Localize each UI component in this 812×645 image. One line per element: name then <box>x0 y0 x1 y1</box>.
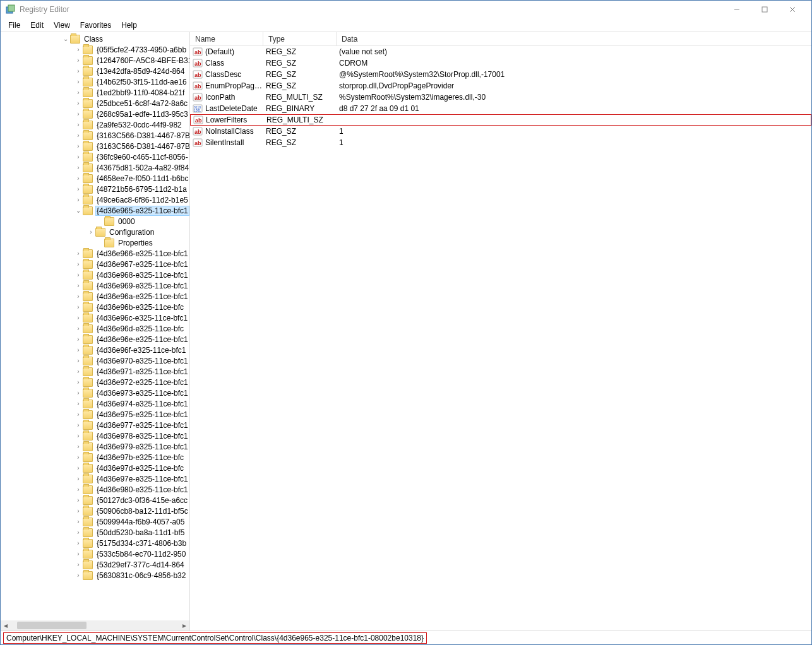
tree-node[interactable]: ›{4d36e971-e325-11ce-bfc1 <box>1 366 189 377</box>
expand-icon[interactable]: › <box>74 507 83 514</box>
expand-icon[interactable]: › <box>74 422 83 429</box>
expand-icon[interactable]: › <box>74 314 83 321</box>
expand-icon[interactable]: › <box>74 368 83 375</box>
tree-node[interactable]: ›{4d36e970-e325-11ce-bfc1 <box>1 355 189 366</box>
expand-icon[interactable]: › <box>74 325 83 332</box>
tree-node[interactable]: ›{533c5b84-ec70-11d2-950 <box>1 548 189 559</box>
expand-icon[interactable]: › <box>74 110 83 117</box>
tree-node[interactable]: ›{1ed2bbf9-11f0-4084-b21f <box>1 87 189 98</box>
tree-node[interactable]: ›{4d36e96a-e325-11ce-bfc1 <box>1 291 189 302</box>
expand-icon[interactable]: › <box>74 196 83 203</box>
expand-icon[interactable]: › <box>74 443 83 450</box>
tree-node[interactable]: ›{05f5cfe2-4733-4950-a6bb <box>1 44 189 55</box>
tree-node[interactable]: ›{4d36e96b-e325-11ce-bfc <box>1 302 189 312</box>
value-row[interactable]: abClassREG_SZCDROM <box>190 57 811 69</box>
tree-node[interactable]: ›{50dd5230-ba8a-11d1-bf5 <box>1 527 189 538</box>
expand-icon[interactable]: ⌄ <box>74 207 83 214</box>
tree-node[interactable]: ›{4d36e966-e325-11ce-bfc1 <box>1 248 189 259</box>
tree-node[interactable]: ›{4d36e969-e325-11ce-bfc1 <box>1 280 189 291</box>
expand-icon[interactable]: › <box>74 432 83 439</box>
expand-icon[interactable]: › <box>74 497 83 504</box>
expand-icon[interactable]: › <box>74 271 83 278</box>
value-row[interactable]: abEnumPropPages...REG_SZstorprop.dll,Dvd… <box>190 80 811 92</box>
expand-icon[interactable]: › <box>74 293 83 300</box>
tree-node[interactable]: ›{4d36e96f-e325-11ce-bfc1 <box>1 345 189 355</box>
expand-icon[interactable]: › <box>74 465 83 471</box>
tree-node[interactable]: ›{4d36e96e-e325-11ce-bfc1 <box>1 334 189 345</box>
tree-node[interactable]: ›{4d36e977-e325-11ce-bfc1 <box>1 420 189 430</box>
tree-node[interactable]: ›{43675d81-502a-4a82-9f84 <box>1 162 189 173</box>
minimize-button[interactable] <box>723 1 751 18</box>
expand-icon[interactable]: › <box>74 121 83 128</box>
tree-node[interactable]: ›{268c95a1-edfe-11d3-95c3 <box>1 109 189 119</box>
registry-tree[interactable]: ⌄Class›{05f5cfe2-4733-4950-a6bb›{1264760… <box>1 32 189 581</box>
expand-icon[interactable]: › <box>74 46 83 53</box>
tree-node[interactable]: ›{4d36e974-e325-11ce-bfc1 <box>1 398 189 409</box>
scroll-left-icon[interactable]: ◂ <box>1 620 11 630</box>
expand-icon[interactable]: › <box>74 346 83 353</box>
tree-node[interactable]: ›{5099944a-f6b9-4057-a05 <box>1 516 189 527</box>
expand-icon[interactable]: › <box>74 540 83 547</box>
tree-node[interactable]: ›{4d36e980-e325-11ce-bfc1 <box>1 484 189 495</box>
menu-file[interactable]: File <box>3 20 25 31</box>
expand-icon[interactable]: › <box>74 336 83 343</box>
scroll-thumb[interactable] <box>17 622 87 629</box>
tree-node[interactable]: ›{3163C566-D381-4467-87B <box>1 130 189 141</box>
tree-node[interactable]: ›{4d36e97b-e325-11ce-bfc <box>1 452 189 463</box>
tree-node[interactable]: ›{25dbce51-6c8f-4a72-8a6c <box>1 98 189 109</box>
tree-node[interactable]: ›{50906cb8-ba12-11d1-bf5c <box>1 506 189 516</box>
menu-help[interactable]: Help <box>116 20 142 31</box>
tree-hscrollbar[interactable]: ◂ ▸ <box>1 620 189 630</box>
tree-node[interactable]: Properties <box>1 237 189 248</box>
expand-icon[interactable]: › <box>74 561 83 568</box>
tree-node[interactable]: ›{4d36e96d-e325-11ce-bfc <box>1 323 189 334</box>
menu-view[interactable]: View <box>49 20 75 31</box>
value-row[interactable]: abClassDescREG_SZ@%SystemRoot%\System32\… <box>190 69 811 80</box>
tree-node[interactable]: ›{5175d334-c371-4806-b3b <box>1 538 189 548</box>
expand-icon[interactable]: › <box>74 529 83 536</box>
expand-icon[interactable]: › <box>74 143 83 150</box>
value-row[interactable]: ab(Default)REG_SZ(value not set) <box>190 46 811 57</box>
tree-node[interactable]: ›{53d29ef7-377c-4d14-864 <box>1 559 189 570</box>
tree-node[interactable]: ›Configuration <box>1 227 189 237</box>
menu-favorites[interactable]: Favorites <box>75 20 116 31</box>
tree-node[interactable]: ›{5630831c-06c9-4856-b32 <box>1 570 189 581</box>
tree-node[interactable]: ›{4d36e96c-e325-11ce-bfc1 <box>1 312 189 323</box>
close-button[interactable] <box>779 1 806 18</box>
expand-icon[interactable]: › <box>74 475 83 482</box>
tree-node[interactable]: ›{3163C566-D381-4467-87B <box>1 141 189 151</box>
tree-node[interactable]: ›{4d36e978-e325-11ce-bfc1 <box>1 430 189 441</box>
expand-icon[interactable]: › <box>74 550 83 557</box>
expand-icon[interactable]: › <box>74 304 83 311</box>
column-type[interactable]: Type <box>263 32 337 45</box>
tree-node[interactable]: ›{2a9fe532-0cdc-44f9-982 <box>1 119 189 130</box>
tree-node[interactable]: 0000 <box>1 216 189 227</box>
tree-node[interactable]: ›{4d36e973-e325-11ce-bfc1 <box>1 388 189 398</box>
expand-icon[interactable]: › <box>74 389 83 396</box>
tree-node[interactable]: ›{49ce6ac8-6f86-11d2-b1e5 <box>1 194 189 205</box>
expand-icon[interactable]: › <box>74 250 83 257</box>
expand-icon[interactable]: › <box>74 153 83 160</box>
expand-icon[interactable]: › <box>74 186 83 192</box>
value-row[interactable]: abNoInstallClassREG_SZ1 <box>190 126 811 137</box>
expand-icon[interactable]: › <box>74 282 83 289</box>
expand-icon[interactable]: › <box>87 228 95 235</box>
tree-node[interactable]: ›{4d36e97d-e325-11ce-bfc <box>1 463 189 473</box>
tree-node[interactable]: ›{13e42dfa-85d9-424d-864 <box>1 66 189 76</box>
tree-node[interactable]: ›{4d36e975-e325-11ce-bfc1 <box>1 409 189 420</box>
maximize-button[interactable] <box>751 1 779 18</box>
menu-edit[interactable]: Edit <box>25 20 49 31</box>
value-row[interactable]: abSilentInstallREG_SZ1 <box>190 137 811 148</box>
expand-icon[interactable]: › <box>74 68 83 74</box>
tree-node[interactable]: ›{48721b56-6795-11d2-b1a <box>1 184 189 194</box>
expand-icon[interactable]: › <box>74 454 83 461</box>
tree-node[interactable]: ›{4d36e968-e325-11ce-bfc1 <box>1 269 189 280</box>
expand-icon[interactable]: › <box>74 261 83 268</box>
expand-icon[interactable]: › <box>74 400 83 407</box>
tree-node[interactable]: ›{4d36e972-e325-11ce-bfc1 <box>1 377 189 388</box>
expand-icon[interactable]: › <box>74 411 83 418</box>
expand-icon[interactable]: › <box>74 357 83 364</box>
value-row[interactable]: 01101001LastDeleteDateREG_BINARYd8 d7 27… <box>190 103 811 114</box>
expand-icon[interactable]: › <box>74 100 83 107</box>
tree-node[interactable]: ›{4d36e967-e325-11ce-bfc1 <box>1 259 189 269</box>
